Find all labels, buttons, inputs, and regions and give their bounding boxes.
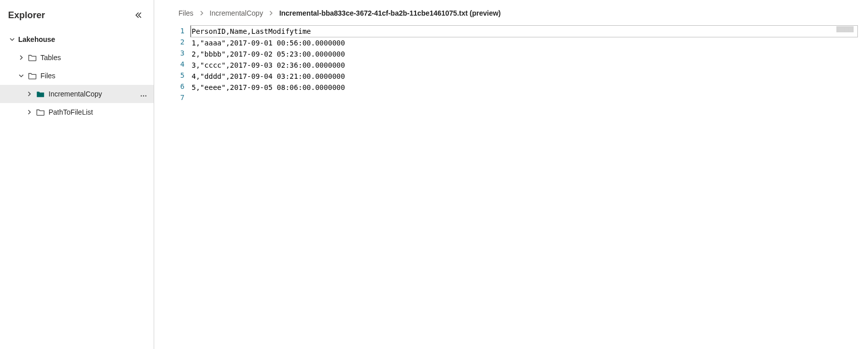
- chevron-right-icon: [17, 54, 25, 62]
- line-number: 3: [169, 47, 185, 59]
- line-number: 1: [169, 25, 185, 36]
- chevron-right-icon: [268, 10, 274, 16]
- tree-node-files[interactable]: Files: [0, 67, 154, 85]
- code-area[interactable]: PersonID,Name,LastModifytime 1,"aaaa",20…: [192, 23, 858, 349]
- explorer-tree: Lakehouse Tables Files: [0, 29, 154, 121]
- chevron-double-left-icon: [134, 11, 143, 19]
- tree-label: Files: [40, 72, 56, 80]
- code-line: 3,"cccc",2017-09-03 02:36:00.0000000: [192, 60, 858, 71]
- line-number: 5: [169, 70, 185, 81]
- folder-outline-icon: [35, 107, 45, 117]
- breadcrumb-item-current: Incremental-bba833ce-3672-41cf-ba2b-11cb…: [279, 9, 500, 17]
- chevron-right-icon: [199, 10, 205, 16]
- tree-label: Lakehouse: [18, 35, 55, 43]
- line-number: 6: [169, 81, 185, 92]
- line-number: 7: [169, 92, 185, 103]
- chevron-down-icon: [8, 35, 16, 43]
- collapse-sidebar-button[interactable]: [131, 8, 146, 22]
- more-button[interactable]: …: [140, 90, 154, 98]
- tree-label: IncrementalCopy: [49, 90, 102, 98]
- breadcrumb: Files IncrementalCopy Incremental-bba833…: [154, 0, 868, 23]
- tree-node-lakehouse[interactable]: Lakehouse: [0, 30, 154, 48]
- line-number-gutter: 1 2 3 4 5 6 7: [169, 23, 192, 349]
- code-line: PersonID,Name,LastModifytime: [190, 25, 858, 37]
- code-line: 4,"dddd",2017-09-04 03:21:00.0000000: [192, 71, 858, 82]
- sidebar-header: Explorer: [0, 5, 154, 29]
- breadcrumb-item-files[interactable]: Files: [178, 9, 194, 17]
- editor[interactable]: 1 2 3 4 5 6 7 PersonID,Name,LastModifyti…: [154, 23, 868, 349]
- line-number: 2: [169, 36, 185, 47]
- sidebar-title: Explorer: [8, 10, 45, 21]
- explorer-sidebar: Explorer Lakehouse Tables: [0, 0, 154, 349]
- breadcrumb-item-incrementalcopy[interactable]: IncrementalCopy: [210, 9, 263, 17]
- main-panel: Files IncrementalCopy Incremental-bba833…: [154, 0, 868, 349]
- chevron-right-icon: [25, 90, 33, 98]
- code-line: 5,"eeee",2017-09-05 08:06:00.0000000: [192, 82, 858, 93]
- chevron-right-icon: [25, 108, 33, 116]
- code-line: 1,"aaaa",2017-09-01 00:56:00.0000000: [192, 37, 858, 48]
- tree-label: PathToFileList: [49, 108, 93, 116]
- folder-outline-icon: [27, 71, 37, 81]
- chevron-down-icon: [17, 72, 25, 80]
- tree-node-pathtofilelist[interactable]: PathToFileList: [0, 103, 154, 121]
- line-number: 4: [169, 59, 185, 70]
- tree-label: Tables: [40, 54, 61, 62]
- tree-node-incrementalcopy[interactable]: IncrementalCopy …: [0, 85, 154, 103]
- code-line: 2,"bbbb",2017-09-02 05:23:00.0000000: [192, 48, 858, 60]
- tree-node-tables[interactable]: Tables: [0, 48, 154, 67]
- folder-outline-icon: [27, 53, 37, 63]
- folder-solid-icon: [35, 89, 45, 99]
